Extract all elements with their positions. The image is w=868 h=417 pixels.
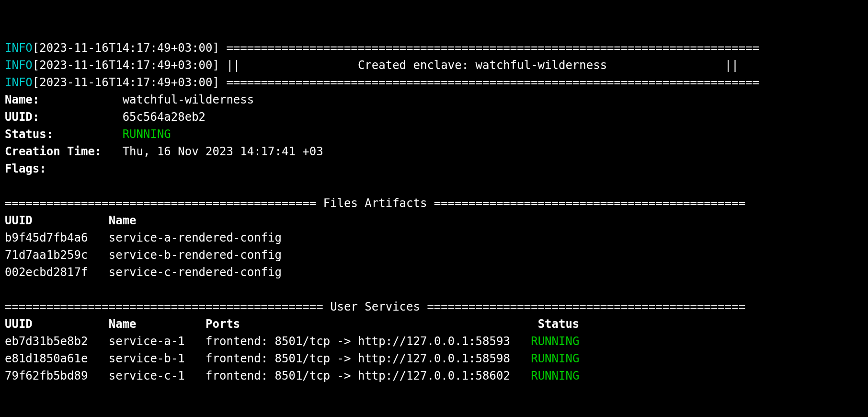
artifacts-title: Files Artifacts <box>323 197 427 210</box>
info-uuid-label: UUID: <box>5 110 39 124</box>
info-status-label: Status: <box>5 127 53 141</box>
log-timestamp: [2023-11-16T14:17:49+03:00] <box>33 58 219 72</box>
info-creation-label: Creation Time: <box>5 145 102 158</box>
terminal-output: INFO[2023-11-16T14:17:49+03:00] ========… <box>5 39 863 384</box>
service-uuid: eb7d31b5e8b2 <box>5 335 88 348</box>
artifact-name: service-c-rendered-config <box>109 266 282 279</box>
log-timestamp: [2023-11-16T14:17:49+03:00] <box>33 76 219 89</box>
log-divider: ========================================… <box>226 76 759 89</box>
artifact-name: service-a-rendered-config <box>109 231 282 244</box>
log-level: INFO <box>5 41 33 55</box>
artifact-uuid: 71d7aa1b259c <box>5 248 88 262</box>
services-title: User Services <box>330 300 420 313</box>
service-ports: frontend: 8501/tcp -> http://127.0.0.1:5… <box>206 335 510 348</box>
artifacts-header-uuid: UUID <box>5 214 33 227</box>
log-timestamp: [2023-11-16T14:17:49+03:00] <box>33 41 219 55</box>
services-header-status: Status <box>538 317 580 331</box>
services-header-name: Name <box>109 317 137 331</box>
log-divider: ========================================… <box>226 41 759 55</box>
info-flags-label: Flags: <box>5 162 46 175</box>
banner-label: Created enclave: <box>358 58 468 72</box>
service-name: service-b-1 <box>109 352 185 365</box>
info-uuid-value: 65c564a28eb2 <box>123 110 206 124</box>
services-header-uuid: UUID <box>5 317 33 331</box>
service-status: RUNNING <box>531 369 579 382</box>
log-level: INFO <box>5 58 33 72</box>
info-status-value: RUNNING <box>123 127 171 141</box>
info-creation-value: Thu, 16 Nov 2023 14:17:41 +03 <box>123 145 323 158</box>
artifact-name: service-b-rendered-config <box>109 248 282 262</box>
service-ports: frontend: 8501/tcp -> http://127.0.0.1:5… <box>206 369 510 382</box>
info-name-label: Name: <box>5 93 39 106</box>
service-ports: frontend: 8501/tcp -> http://127.0.0.1:5… <box>206 352 510 365</box>
service-name: service-c-1 <box>109 369 185 382</box>
artifact-uuid: b9f45d7fb4a6 <box>5 231 88 244</box>
banner-value: watchful-wilderness <box>476 58 607 72</box>
service-uuid: 79f62fb5bd89 <box>5 369 88 382</box>
services-header-ports: Ports <box>206 317 240 331</box>
log-level: INFO <box>5 76 33 89</box>
info-name-value: watchful-wilderness <box>123 93 254 106</box>
artifacts-header-name: Name <box>109 214 137 227</box>
service-status: RUNNING <box>531 335 579 348</box>
service-name: service-a-1 <box>109 335 185 348</box>
service-uuid: e81d1850a61e <box>5 352 88 365</box>
artifact-uuid: 002ecbd2817f <box>5 266 88 279</box>
service-status: RUNNING <box>531 352 579 365</box>
